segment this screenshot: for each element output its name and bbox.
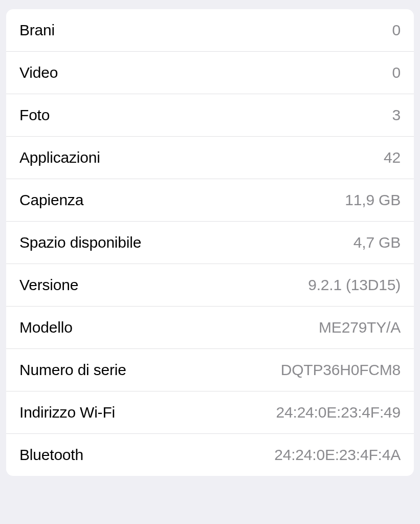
row-label: Versione (19, 276, 78, 294)
row-value: 0 (392, 21, 401, 39)
row-versione[interactable]: Versione 9.2.1 (13D15) (6, 264, 414, 307)
row-label: Indirizzo Wi-Fi (19, 404, 115, 421)
row-value: 24:24:0E:23:4F:4A (274, 446, 401, 464)
row-label: Applicazioni (19, 149, 100, 166)
row-value: 11,9 GB (345, 191, 401, 209)
row-modello[interactable]: Modello ME279TY/A (6, 307, 414, 349)
row-value: DQTP36H0FCM8 (281, 361, 401, 379)
row-label: Foto (19, 106, 50, 124)
row-value: ME279TY/A (319, 319, 401, 336)
row-value: 9.2.1 (13D15) (308, 276, 401, 294)
row-label: Spazio disponibile (19, 234, 141, 251)
row-value: 4,7 GB (353, 234, 401, 251)
row-value: 3 (392, 106, 401, 124)
row-foto[interactable]: Foto 3 (6, 94, 414, 137)
row-bluetooth[interactable]: Bluetooth 24:24:0E:23:4F:4A (6, 434, 414, 476)
row-indirizzo-wifi[interactable]: Indirizzo Wi-Fi 24:24:0E:23:4F:49 (6, 391, 414, 434)
row-label: Capienza (19, 191, 83, 209)
row-value: 42 (384, 149, 401, 166)
row-numero-di-serie[interactable]: Numero di serie DQTP36H0FCM8 (6, 349, 414, 391)
row-value: 0 (392, 64, 401, 81)
row-label: Numero di serie (19, 361, 126, 379)
row-label: Video (19, 64, 58, 81)
row-capienza[interactable]: Capienza 11,9 GB (6, 179, 414, 222)
row-video[interactable]: Video 0 (6, 52, 414, 94)
row-label: Brani (19, 21, 55, 39)
row-value: 24:24:0E:23:4F:49 (276, 404, 401, 421)
row-brani[interactable]: Brani 0 (6, 9, 414, 52)
device-info-panel: Brani 0 Video 0 Foto 3 Applicazioni 42 C… (6, 9, 414, 476)
row-spazio-disponibile[interactable]: Spazio disponibile 4,7 GB (6, 222, 414, 264)
row-label: Modello (19, 319, 73, 336)
row-label: Bluetooth (19, 446, 83, 464)
row-applicazioni[interactable]: Applicazioni 42 (6, 137, 414, 179)
